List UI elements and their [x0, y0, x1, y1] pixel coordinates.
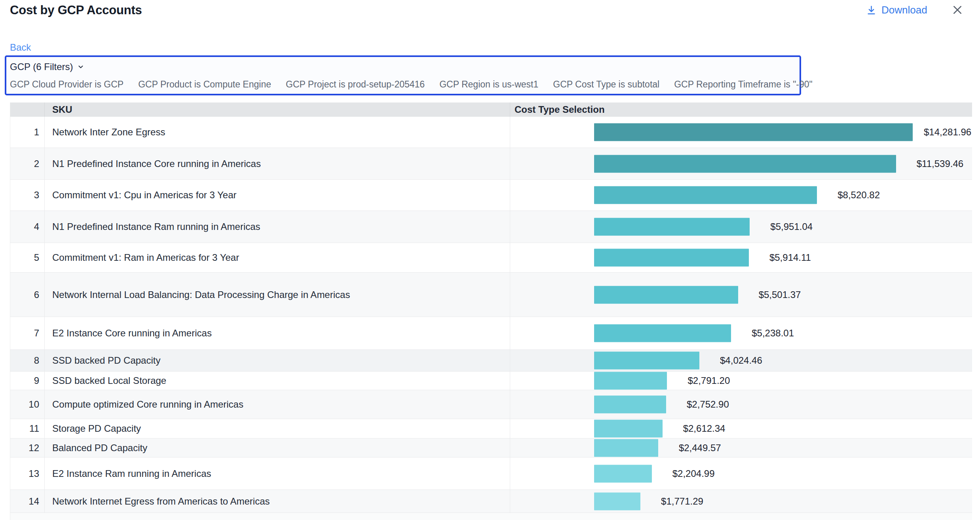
cost-value-label: $11,539.46	[917, 158, 963, 169]
cost-value-label: $5,238.01	[752, 328, 794, 339]
filter-chip: GCP Cost Type is subtotal	[553, 79, 659, 90]
cost-bar	[594, 123, 913, 141]
cost-value-label: $2,752.90	[687, 399, 729, 410]
cost-value-label: $1,771.29	[661, 496, 703, 507]
table-row[interactable]: 4 N1 Predefined Instance Ram running in …	[10, 211, 972, 243]
table-row[interactable]: 1 Network Inter Zone Egress $14,281.96	[10, 117, 972, 148]
row-rank: 7	[10, 317, 45, 349]
cost-bar	[594, 372, 667, 390]
cost-bar-cell: $2,204.99	[510, 457, 972, 490]
cost-bar	[594, 439, 658, 457]
cost-bar	[594, 420, 663, 438]
cost-bar-cell: $5,501.37	[510, 273, 972, 317]
cost-bar	[594, 396, 666, 414]
cost-bar	[594, 286, 738, 304]
table-row[interactable]: 6 Network Internal Load Balancing: Data …	[10, 273, 972, 317]
cost-bar	[594, 218, 750, 236]
cost-value-label: $5,914.11	[769, 252, 811, 263]
sku-cell: Network Inter Zone Egress	[45, 117, 510, 148]
cost-bar-cell: $2,449.57	[510, 438, 972, 457]
filter-panel: GCP (6 Filters) GCP Cloud Provider is GC…	[5, 55, 801, 95]
table-row[interactable]: 9 SSD backed Local Storage $2,791.20	[10, 372, 972, 390]
table-row[interactable]: 8 SSD backed PD Capacity $4,024.46	[10, 350, 972, 372]
column-header-sku: SKU	[45, 102, 510, 117]
sku-cell: E2 Instance Ram running in Americas	[45, 457, 510, 490]
download-icon	[866, 5, 877, 15]
sku-cell: E2 Instance Core running in Americas	[45, 317, 510, 349]
table-header-row: SKU Cost Type Selection	[10, 102, 972, 117]
row-rank: 6	[10, 273, 45, 317]
row-rank: 3	[10, 180, 45, 211]
column-header-cost-type-selection: Cost Type Selection	[510, 102, 972, 117]
cost-bar	[594, 352, 699, 370]
filter-chip: GCP Reporting Timeframe is "-90"	[674, 79, 813, 90]
cost-bar-cell: $11,539.46	[510, 148, 972, 179]
row-rank: 5	[10, 243, 45, 272]
row-rank: 4	[10, 211, 45, 243]
filter-chip: GCP Region is us-west1	[439, 79, 538, 90]
cost-bar	[594, 155, 896, 173]
sku-cell: N1 Predefined Instance Core running in A…	[45, 148, 510, 179]
cost-bar-cell: $5,238.01	[510, 317, 972, 349]
table-body: 1 Network Inter Zone Egress $14,281.96 2…	[10, 117, 972, 513]
table-row[interactable]: 13 E2 Instance Ram running in Americas $…	[10, 457, 972, 490]
filter-dropdown-toggle[interactable]: GCP (6 Filters)	[10, 61, 85, 73]
row-rank: 2	[10, 148, 45, 179]
cost-value-label: $14,281.96	[924, 127, 971, 138]
cost-bar-cell: $2,612.34	[510, 419, 972, 438]
row-rank: 8	[10, 350, 45, 371]
download-button[interactable]: Download	[866, 4, 927, 16]
table-row[interactable]: 12 Balanced PD Capacity $2,449.57	[10, 438, 972, 457]
row-rank: 14	[10, 490, 45, 512]
close-button[interactable]	[951, 3, 964, 17]
filter-summary-label: GCP (6 Filters)	[10, 61, 73, 72]
cost-bar-cell: $8,520.82	[510, 180, 972, 211]
cost-bar-cell: $14,281.96	[510, 117, 972, 148]
cost-bar-cell: $2,791.20	[510, 372, 972, 390]
cost-value-label: $8,520.82	[838, 190, 880, 201]
cost-bar-cell: $1,771.29	[510, 490, 972, 512]
back-link[interactable]: Back	[10, 42, 31, 53]
page-title: Cost by GCP Accounts	[10, 3, 142, 17]
cost-bar	[594, 465, 652, 482]
sku-cell: Network Internal Load Balancing: Data Pr…	[45, 273, 510, 317]
sku-cell: Network Internet Egress from Americas to…	[45, 490, 510, 512]
filter-chip: GCP Project is prod-setup-205416	[286, 79, 425, 90]
cost-bar	[594, 186, 817, 204]
sku-cell: SSD backed Local Storage	[45, 372, 510, 390]
download-label: Download	[881, 4, 927, 16]
row-rank: 12	[10, 438, 45, 457]
table-row[interactable]: 10 Compute optimized Core running in Ame…	[10, 390, 972, 419]
cost-value-label: $5,501.37	[759, 289, 801, 300]
cost-bar-cell: $2,752.90	[510, 390, 972, 419]
filter-chip: GCP Product is Compute Engine	[138, 79, 271, 90]
cost-bar-cell: $5,914.11	[510, 243, 972, 272]
cost-value-label: $2,449.57	[679, 442, 721, 454]
row-rank: 10	[10, 390, 45, 419]
cost-by-gcp-accounts-panel: Cost by GCP Accounts Download Back GCP (…	[0, 0, 980, 520]
cost-table: SKU Cost Type Selection 1 Network Inter …	[10, 102, 972, 520]
table-row[interactable]: 2 N1 Predefined Instance Core running in…	[10, 148, 972, 180]
cost-bar	[594, 325, 731, 342]
sku-cell: Storage PD Capacity	[45, 419, 510, 438]
row-rank: 13	[10, 457, 45, 490]
sku-cell: Compute optimized Core running in Americ…	[45, 390, 510, 419]
cost-value-label: $4,024.46	[720, 355, 762, 366]
cost-bar	[594, 249, 749, 267]
sku-cell: Balanced PD Capacity	[45, 438, 510, 457]
table-row[interactable]: 14 Network Internet Egress from Americas…	[10, 490, 972, 513]
cost-bar-cell: $4,024.46	[510, 350, 972, 371]
sku-cell: Commitment v1: Cpu in Americas for 3 Yea…	[45, 180, 510, 211]
close-icon	[952, 4, 963, 16]
cost-bar	[594, 492, 640, 510]
table-row[interactable]: 3 Commitment v1: Cpu in Americas for 3 Y…	[10, 180, 972, 211]
row-rank: 9	[10, 372, 45, 390]
filter-chip-list: GCP Cloud Provider is GCPGCP Product is …	[10, 79, 813, 90]
table-row[interactable]: 5 Commitment v1: Ram in Americas for 3 Y…	[10, 243, 972, 273]
sku-cell: SSD backed PD Capacity	[45, 350, 510, 371]
table-row[interactable]: 11 Storage PD Capacity $2,612.34	[10, 419, 972, 438]
cost-value-label: $2,791.20	[688, 375, 730, 386]
table-bottom-strip	[10, 513, 972, 520]
cost-bar-cell: $5,951.04	[510, 211, 972, 243]
table-row[interactable]: 7 E2 Instance Core running in Americas $…	[10, 317, 972, 350]
